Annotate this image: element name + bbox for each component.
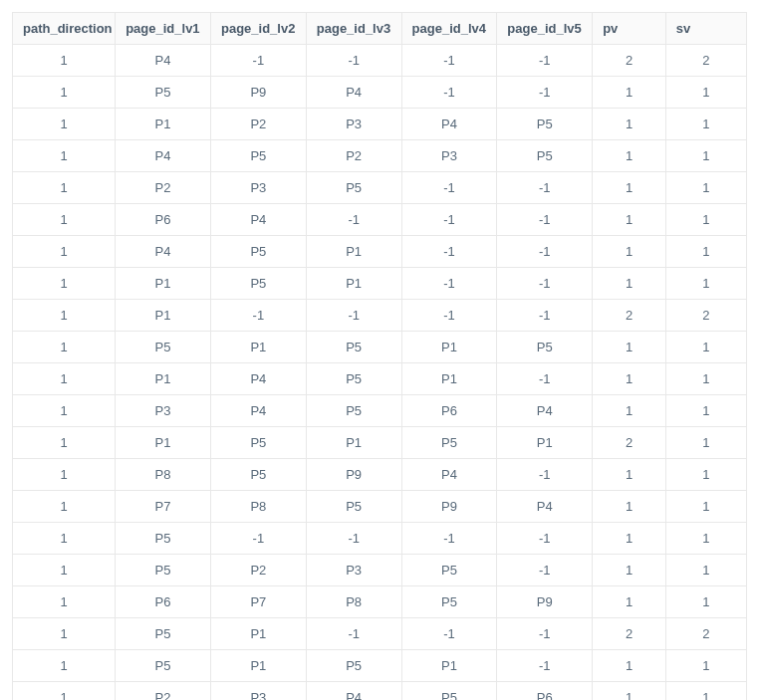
table-cell: 1: [665, 586, 746, 618]
table-cell: 1: [13, 682, 116, 701]
table-cell: 1: [665, 682, 746, 701]
table-cell: 1: [593, 363, 666, 395]
table-cell: P1: [116, 363, 211, 395]
table-cell: 1: [593, 555, 666, 586]
table-cell: -1: [497, 172, 593, 204]
table-cell: -1: [497, 618, 593, 650]
table-cell: P5: [210, 140, 306, 172]
table-cell: P2: [116, 682, 211, 701]
table-cell: -1: [210, 300, 306, 332]
table-header: path_direction page_id_lv1 page_id_lv2 p…: [13, 13, 747, 45]
table-cell: P5: [306, 332, 401, 363]
table-cell: P5: [116, 650, 211, 682]
table-cell: P9: [306, 459, 401, 491]
table-cell: P4: [401, 459, 497, 491]
table-cell: 1: [665, 268, 746, 300]
table-cell: -1: [306, 45, 401, 77]
table-row: 1P4P5P2P3P511: [13, 140, 747, 172]
table-cell: -1: [401, 618, 497, 650]
table-cell: -1: [497, 650, 593, 682]
table-cell: P4: [210, 204, 306, 236]
table-cell: 1: [593, 395, 666, 427]
table-cell: 1: [665, 363, 746, 395]
table-cell: 1: [665, 523, 746, 555]
table-cell: P8: [116, 459, 211, 491]
table-cell: -1: [497, 45, 593, 77]
table-cell: P6: [116, 204, 211, 236]
table-cell: P4: [497, 491, 593, 523]
table-cell: 1: [13, 140, 116, 172]
table-cell: P5: [116, 618, 211, 650]
table-cell: P5: [306, 363, 401, 395]
table-cell: 1: [665, 77, 746, 109]
table-cell: P1: [210, 650, 306, 682]
table-cell: P3: [210, 682, 306, 701]
table-row: 1P1P2P3P4P511: [13, 109, 747, 140]
table-row: 1P3P4P5P6P411: [13, 395, 747, 427]
table-cell: 1: [13, 363, 116, 395]
table-cell: -1: [401, 300, 497, 332]
table-row: 1P5P9P4-1-111: [13, 77, 747, 109]
table-cell: 1: [665, 332, 746, 363]
table-cell: P6: [401, 395, 497, 427]
table-cell: P5: [401, 586, 497, 618]
table-cell: 1: [665, 172, 746, 204]
table-cell: P7: [116, 491, 211, 523]
table-cell: P5: [497, 332, 593, 363]
table-cell: 2: [593, 300, 666, 332]
table-cell: -1: [210, 523, 306, 555]
table-cell: P4: [306, 77, 401, 109]
table-cell: 2: [593, 45, 666, 77]
table-cell: 1: [593, 650, 666, 682]
table-cell: 1: [13, 395, 116, 427]
table-cell: 1: [13, 491, 116, 523]
table-cell: 1: [13, 586, 116, 618]
table-cell: 1: [665, 555, 746, 586]
table-cell: -1: [497, 555, 593, 586]
col-header-pv: pv: [593, 13, 666, 45]
table-cell: P4: [116, 140, 211, 172]
table-cell: 1: [13, 650, 116, 682]
table-cell: P3: [306, 555, 401, 586]
table-cell: P1: [497, 427, 593, 459]
table-cell: P5: [401, 555, 497, 586]
table-cell: P1: [210, 618, 306, 650]
table-cell: P4: [210, 363, 306, 395]
table-cell: -1: [497, 300, 593, 332]
table-cell: P5: [210, 268, 306, 300]
table-cell: -1: [210, 45, 306, 77]
table-cell: 1: [13, 268, 116, 300]
table-cell: 1: [593, 523, 666, 555]
table-cell: P2: [306, 140, 401, 172]
table-cell: 1: [593, 586, 666, 618]
table-cell: P5: [306, 491, 401, 523]
table-cell: 1: [665, 650, 746, 682]
table-cell: P1: [306, 268, 401, 300]
table-cell: 2: [665, 618, 746, 650]
table-row: 1P5P1P5P1-111: [13, 650, 747, 682]
table-cell: P5: [401, 427, 497, 459]
table-cell: P4: [497, 395, 593, 427]
table-cell: P7: [210, 586, 306, 618]
col-header-path-direction: path_direction: [13, 13, 116, 45]
table-cell: 1: [13, 109, 116, 140]
table-cell: P1: [116, 300, 211, 332]
table-cell: 1: [665, 491, 746, 523]
table-cell: 1: [665, 459, 746, 491]
table-row: 1P8P5P9P4-111: [13, 459, 747, 491]
table-cell: P5: [497, 140, 593, 172]
table-cell: 1: [593, 109, 666, 140]
table-cell: 1: [593, 459, 666, 491]
table-cell: 1: [665, 236, 746, 268]
table-cell: P3: [210, 172, 306, 204]
table-cell: 1: [13, 77, 116, 109]
table-row: 1P5P1-1-1-122: [13, 618, 747, 650]
table-cell: P5: [116, 523, 211, 555]
table-cell: 1: [13, 332, 116, 363]
table-row: 1P2P3P4P5P611: [13, 682, 747, 701]
table-cell: 2: [593, 618, 666, 650]
table-cell: P5: [306, 172, 401, 204]
table-cell: 1: [665, 204, 746, 236]
table-cell: P9: [210, 77, 306, 109]
table-cell: 1: [13, 523, 116, 555]
